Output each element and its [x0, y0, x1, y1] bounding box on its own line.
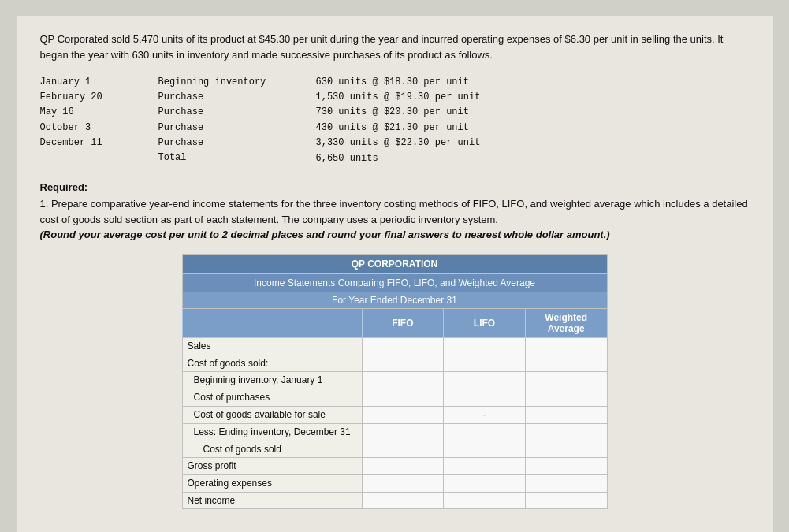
required-section: Required: 1. Prepare comparative year-en… [40, 181, 750, 243]
subtitle-header: Income Statements Comparing FIFO, LIFO, … [182, 273, 607, 292]
inv-val-3: 430 units @ $21.30 per unit [316, 121, 489, 136]
fifo-op-exp[interactable] [362, 474, 444, 492]
wa-cogs-empty [525, 355, 607, 371]
inv-val-4: 3,330 units @ $22.30 per unit [316, 136, 489, 151]
row-begin-inv: Beginning inventory, January 1 [182, 371, 607, 389]
col-header-wa: WeightedAverage [525, 308, 607, 337]
row-cogs-result: Cost of goods sold [182, 441, 607, 457]
dates-column: January 1 February 20 May 16 October 3 D… [40, 75, 111, 167]
inv-desc-total: Total [158, 151, 269, 166]
lifo-net-income [444, 492, 526, 508]
fifo-cogs-empty [362, 355, 444, 371]
inv-val-total: 6,650 units [316, 151, 489, 166]
lifo-cost-purchases[interactable] [444, 389, 526, 406]
fifo-end-inv[interactable] [362, 423, 444, 441]
label-begin-inv: Beginning inventory, January 1 [182, 371, 362, 389]
desc-column: Beginning inventory Purchase Purchase Pu… [158, 75, 269, 167]
wa-cost-purchases[interactable] [525, 389, 607, 406]
inventory-list: January 1 February 20 May 16 October 3 D… [40, 75, 750, 167]
fifo-net-income [362, 492, 444, 508]
row-sales: Sales [182, 337, 607, 355]
required-point1: 1. Prepare comparative year-end income s… [40, 196, 750, 243]
wa-begin-inv[interactable] [525, 371, 607, 389]
fifo-cogs-result [362, 441, 444, 457]
lifo-cogs-result [444, 441, 526, 457]
row-net-income: Net income [182, 492, 607, 508]
statement-wrapper: QP CORPORATION Income Statements Compari… [40, 254, 750, 509]
row-gross-profit: Gross profit [182, 457, 607, 474]
wa-net-income [525, 492, 607, 508]
lifo-sales[interactable] [444, 337, 526, 355]
fifo-sales[interactable] [362, 337, 444, 355]
row-cogs-label: Cost of goods sold: [182, 355, 607, 371]
required-label: Required: [40, 181, 750, 193]
period-header: For Year Ended December 31 [182, 292, 607, 308]
lifo-op-exp[interactable] [444, 474, 526, 492]
row-coga: Cost of goods available for sale - [182, 406, 607, 423]
label-op-exp: Operating expenses [182, 474, 362, 492]
label-end-inv: Less: Ending inventory, December 31 [182, 423, 362, 441]
wa-coga[interactable] [525, 406, 607, 423]
label-coga: Cost of goods available for sale [182, 406, 362, 423]
wa-gross-profit [525, 457, 607, 474]
lifo-begin-inv[interactable] [444, 371, 526, 389]
row-end-inv: Less: Ending inventory, December 31 [182, 423, 607, 441]
fifo-begin-inv[interactable] [362, 371, 444, 389]
wa-cogs-result [525, 441, 607, 457]
fifo-gross-profit[interactable] [362, 457, 444, 474]
values-column: 630 units @ $18.30 per unit 1,530 units … [316, 75, 489, 167]
inv-date-4: December 11 [40, 136, 111, 151]
inv-val-1: 1,530 units @ $19.30 per unit [316, 90, 489, 105]
lifo-gross-profit [444, 457, 526, 474]
wa-end-inv[interactable] [525, 423, 607, 441]
inv-date-1: February 20 [40, 90, 111, 105]
inv-desc-2: Purchase [158, 105, 269, 120]
label-gross-profit: Gross profit [182, 457, 362, 474]
col-header-fifo: FIFO [362, 308, 444, 337]
inv-date-2: May 16 [40, 105, 111, 120]
lifo-coga: - [444, 406, 526, 423]
col-header-blank [182, 308, 362, 337]
fifo-coga[interactable] [362, 406, 444, 423]
label-sales: Sales [182, 337, 362, 355]
label-cogs: Cost of goods sold: [182, 355, 362, 371]
inv-desc-3: Purchase [158, 121, 269, 136]
lifo-end-inv[interactable] [444, 423, 526, 441]
inv-date-3: October 3 [40, 121, 111, 136]
inv-desc-0: Beginning inventory [158, 75, 269, 90]
col-header-lifo: LIFO [444, 308, 526, 337]
lifo-cogs-empty [444, 355, 526, 371]
row-cost-purchases: Cost of purchases [182, 389, 607, 406]
inv-date-total [40, 151, 111, 167]
label-net-income: Net income [182, 492, 362, 508]
inv-desc-1: Purchase [158, 90, 269, 105]
row-op-exp: Operating expenses [182, 474, 607, 492]
wa-op-exp[interactable] [525, 474, 607, 492]
intro-paragraph: QP Corporated sold 5,470 units of its pr… [40, 32, 750, 62]
label-cogs-result: Cost of goods sold [182, 441, 362, 457]
company-header: QP CORPORATION [182, 254, 607, 273]
inv-val-2: 730 units @ $20.30 per unit [316, 105, 489, 120]
wa-sales[interactable] [525, 337, 607, 355]
inv-desc-4: Purchase [158, 136, 269, 151]
income-statement-table: QP CORPORATION Income Statements Compari… [182, 254, 608, 509]
fifo-cost-purchases[interactable] [362, 389, 444, 406]
page: QP Corporated sold 5,470 units of its pr… [17, 16, 773, 532]
inv-date-0: January 1 [40, 75, 111, 90]
inv-val-0: 630 units @ $18.30 per unit [316, 75, 489, 90]
label-cost-purchases: Cost of purchases [182, 389, 362, 406]
